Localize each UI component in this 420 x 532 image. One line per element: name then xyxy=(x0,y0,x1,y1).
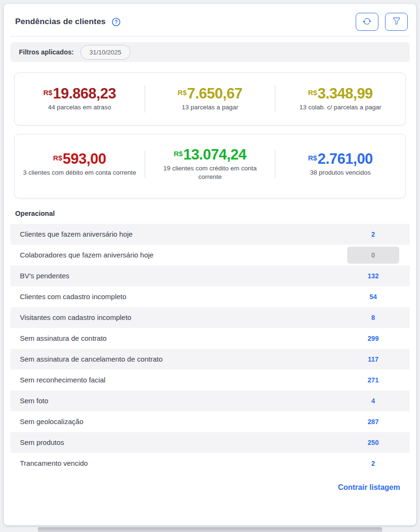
row-count-link[interactable]: 132 xyxy=(347,272,399,280)
row-label: Sem assinatura de cancelamento de contra… xyxy=(20,355,347,363)
stat-value: R$19.868,23 xyxy=(19,86,140,102)
row-count-link[interactable]: 299 xyxy=(347,335,399,342)
operational-row: Sem assinatura de cancelamento de contra… xyxy=(10,349,410,370)
row-label: Clientes que fazem aniversário hoje xyxy=(20,230,347,238)
summary-stat: R$13.074,2419 clientes com crédito em co… xyxy=(145,147,275,182)
filter-button[interactable] xyxy=(385,13,408,31)
financial-summary-card-1: R$19.868,2344 parcelas em atrasoR$7.650,… xyxy=(14,72,406,125)
stat-label: 13 colab. c/ parcelas a pagar xyxy=(284,103,397,112)
refresh-button[interactable] xyxy=(356,13,378,31)
row-label: BV's pendentes xyxy=(20,272,347,280)
row-count-link[interactable]: 4 xyxy=(347,397,399,405)
operational-row: Visitantes com cadastro incompleto8 xyxy=(10,307,410,328)
row-label: Sem assinatura de contrato xyxy=(20,334,347,342)
currency-prefix: R$ xyxy=(53,154,62,162)
operational-row: Sem reconhecimento facial271 xyxy=(10,370,410,390)
row-count-link[interactable]: 117 xyxy=(347,355,399,363)
summary-stat: R$593,003 clientes com débito em conta c… xyxy=(15,151,145,177)
stat-amount: 19.868,23 xyxy=(53,85,116,102)
row-label: Sem geolocalização xyxy=(20,417,347,426)
row-label: Visitantes com cadastro incompleto xyxy=(20,313,347,321)
collapse-row: Contrair listagem xyxy=(10,483,410,492)
stat-label: 19 clientes com crédito em conta corrent… xyxy=(153,164,267,181)
operational-row: Clientes que fazem aniversário hoje2 xyxy=(10,224,410,245)
row-label: Sem produtos xyxy=(20,438,347,446)
stat-amount: 3.348,99 xyxy=(317,85,373,102)
stat-value: R$3.348,99 xyxy=(280,86,401,102)
help-icon[interactable]: ? xyxy=(112,18,121,27)
stat-value: R$13.074,24 xyxy=(150,147,271,163)
currency-prefix: R$ xyxy=(174,150,183,158)
row-label: Colaboradores que fazem aniversário hoje xyxy=(20,251,347,259)
row-label: Trancamento vencido xyxy=(20,459,347,467)
summary-stat: R$19.868,2344 parcelas em atraso xyxy=(15,86,145,112)
row-label: Sem foto xyxy=(20,397,347,405)
row-label: Clientes com cadastro incompleto xyxy=(20,293,347,301)
operational-row: Colaboradores que fazem aniversário hoje… xyxy=(10,245,410,266)
applied-filters-bar: Filtros aplicados: 31/10/2025 xyxy=(10,42,410,62)
operational-row: Sem produtos250 xyxy=(10,432,410,453)
financial-summary-card-2: R$593,003 clientes com débito em conta c… xyxy=(14,134,406,198)
applied-filters-label: Filtros aplicados: xyxy=(19,48,74,56)
header-divider xyxy=(10,36,410,36)
stat-amount: 593,00 xyxy=(63,151,106,167)
currency-prefix: R$ xyxy=(44,89,52,97)
stat-amount: 13.074,24 xyxy=(183,146,246,163)
operational-rows: Clientes que fazem aniversário hoje2Cola… xyxy=(10,224,410,474)
operational-row: Sem geolocalização287 xyxy=(10,411,410,432)
row-count-link[interactable]: 8 xyxy=(347,314,399,321)
summary-stat: R$2.761,0038 produtos vencidos xyxy=(275,151,405,177)
summary-stat: R$3.348,9913 colab. c/ parcelas a pagar xyxy=(275,86,405,112)
row-count-link[interactable]: 2 xyxy=(347,460,399,467)
refresh-icon xyxy=(363,17,371,27)
header-actions xyxy=(356,13,408,31)
currency-prefix: R$ xyxy=(178,89,187,97)
page-title: Pendências de clientes xyxy=(15,17,105,27)
operational-row: Sem foto4 xyxy=(10,390,410,411)
currency-prefix: R$ xyxy=(308,154,317,162)
panel-header: Pendências de clientes ? xyxy=(10,4,410,32)
stat-amount: 2.761,00 xyxy=(317,151,373,167)
row-count-link[interactable]: 2 xyxy=(347,231,399,238)
stat-amount: 7.650,67 xyxy=(187,85,243,102)
stat-value: R$2.761,00 xyxy=(280,151,401,167)
row-count-disabled: 0 xyxy=(347,247,399,264)
stat-label: 13 parcelas a pagar xyxy=(153,103,267,112)
stat-value: R$7.650,67 xyxy=(150,86,271,102)
summary-stat: R$7.650,6713 parcelas a pagar xyxy=(145,86,275,112)
row-count-link[interactable]: 250 xyxy=(347,439,399,446)
stat-label: 38 produtos vencidos xyxy=(284,168,397,177)
operational-row: Sem assinatura de contrato299 xyxy=(10,328,410,349)
row-count-link[interactable]: 287 xyxy=(347,418,399,426)
next-panel-edge xyxy=(38,527,382,532)
currency-prefix: R$ xyxy=(308,89,317,97)
row-count-link[interactable]: 271 xyxy=(347,376,399,384)
operational-row: Trancamento vencido2 xyxy=(10,453,410,474)
stat-label: 3 clientes com débito em conta corrente xyxy=(23,168,136,177)
filter-chip-date[interactable]: 31/10/2025 xyxy=(80,45,131,60)
row-count-link[interactable]: 54 xyxy=(347,293,399,301)
pending-clients-panel: Pendências de clientes ? xyxy=(4,4,416,525)
stat-value: R$593,00 xyxy=(19,151,140,167)
funnel-icon xyxy=(393,17,401,27)
section-title-operational: Operacional xyxy=(15,210,410,217)
row-label: Sem reconhecimento facial xyxy=(20,376,347,384)
svg-text:?: ? xyxy=(115,19,118,25)
stat-label: 44 parcelas em atraso xyxy=(23,103,136,112)
operational-row: Clientes com cadastro incompleto54 xyxy=(10,286,410,307)
operational-row: BV's pendentes132 xyxy=(10,266,410,286)
collapse-list-link[interactable]: Contrair listagem xyxy=(338,483,400,491)
